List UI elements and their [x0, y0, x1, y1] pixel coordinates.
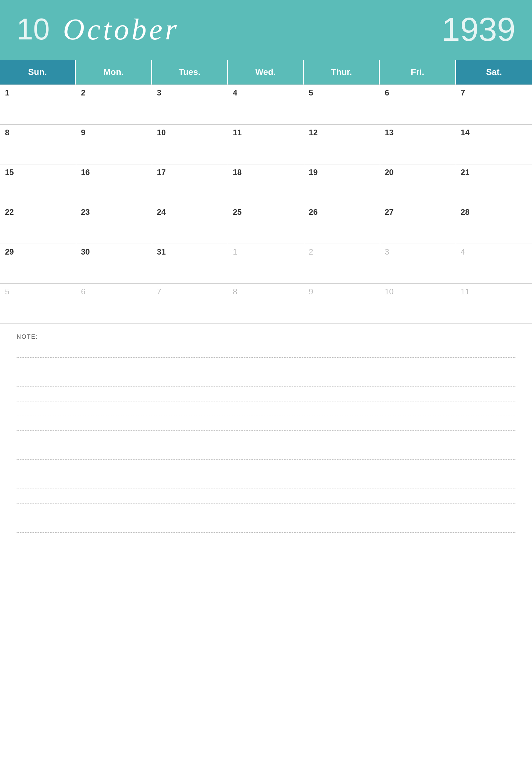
day-number: 5: [5, 287, 9, 296]
calendar-cell: 6: [380, 85, 456, 125]
day-number: 7: [461, 88, 465, 97]
day-header-sat: Sat.: [456, 60, 532, 85]
day-number: 6: [81, 287, 85, 296]
note-line[interactable]: [17, 533, 515, 547]
note-line[interactable]: [17, 358, 515, 372]
note-line[interactable]: [17, 372, 515, 387]
day-header-mon: Mon.: [76, 60, 152, 85]
day-number: 5: [309, 88, 313, 97]
day-number: 4: [233, 88, 237, 97]
day-number: 16: [81, 168, 90, 177]
day-number: 30: [81, 247, 90, 256]
day-number: 10: [385, 287, 394, 296]
calendar-cell: 19: [304, 164, 380, 204]
calendar-cell: 7: [456, 85, 532, 125]
calendar-cell: 31: [152, 244, 228, 284]
day-number: 29: [5, 247, 14, 256]
day-number: 12: [309, 128, 318, 137]
day-number: 19: [309, 168, 318, 177]
calendar-cell: 17: [152, 164, 228, 204]
day-number: 15: [5, 168, 14, 177]
calendar-cell: 1: [0, 85, 76, 125]
day-header-fri: Fri.: [380, 60, 456, 85]
calendar-container: Sun. Mon. Tues. Wed. Thur. Fri. Sat. 123…: [0, 59, 532, 324]
day-number: 24: [157, 207, 166, 216]
day-number: 11: [233, 128, 242, 137]
day-headers-row: Sun. Mon. Tues. Wed. Thur. Fri. Sat.: [0, 60, 532, 85]
note-line[interactable]: [17, 489, 515, 503]
calendar-cell: 10: [152, 125, 228, 164]
calendar-cell: 25: [228, 204, 304, 244]
day-number: 28: [461, 207, 470, 216]
note-line[interactable]: [17, 401, 515, 416]
calendar-cell: 13: [380, 125, 456, 164]
notes-label: NOTE:: [17, 333, 515, 340]
calendar-cell: 11: [228, 125, 304, 164]
calendar-cell: 26: [304, 204, 380, 244]
day-number: 31: [157, 247, 166, 256]
calendar-cell: 5: [304, 85, 380, 125]
day-number: 22: [5, 207, 14, 216]
calendar-cell: 6: [76, 284, 152, 324]
day-number: 25: [233, 207, 242, 216]
day-number: 6: [385, 88, 389, 97]
calendar-cell: 23: [76, 204, 152, 244]
day-header-thu: Thur.: [304, 60, 380, 85]
calendar-cell: 15: [0, 164, 76, 204]
day-number: 3: [157, 88, 161, 97]
calendar-cell: 10: [380, 284, 456, 324]
calendar-grid: 1234567891011121314151617181920212223242…: [0, 85, 532, 324]
day-number: 9: [309, 287, 313, 296]
day-number: 18: [233, 168, 242, 177]
calendar-cell: 2: [304, 244, 380, 284]
day-number: 2: [81, 88, 85, 97]
note-line[interactable]: [17, 474, 515, 489]
calendar-cell: 20: [380, 164, 456, 204]
day-number: 8: [5, 128, 9, 137]
day-number: 26: [309, 207, 318, 216]
day-number: 20: [385, 168, 394, 177]
day-number: 14: [461, 128, 470, 137]
calendar-cell: 24: [152, 204, 228, 244]
day-number: 17: [157, 168, 166, 177]
day-number: 27: [385, 207, 394, 216]
month-name: October: [63, 12, 442, 46]
calendar-cell: 18: [228, 164, 304, 204]
day-number: 21: [461, 168, 470, 177]
note-line[interactable]: [17, 518, 515, 533]
calendar-cell: 7: [152, 284, 228, 324]
calendar-cell: 4: [228, 85, 304, 125]
day-number: 13: [385, 128, 394, 137]
note-line[interactable]: [17, 503, 515, 518]
day-number: 9: [81, 128, 85, 137]
calendar-cell: 14: [456, 125, 532, 164]
calendar-cell: 1: [228, 244, 304, 284]
note-line[interactable]: [17, 387, 515, 401]
note-line[interactable]: [17, 445, 515, 460]
month-number: 10: [17, 12, 50, 46]
calendar-cell: 22: [0, 204, 76, 244]
day-header-sun: Sun.: [0, 60, 76, 85]
calendar-cell: 30: [76, 244, 152, 284]
day-header-tue: Tues.: [152, 60, 228, 85]
calendar-cell: 5: [0, 284, 76, 324]
calendar-cell: 11: [456, 284, 532, 324]
day-number: 7: [157, 287, 161, 296]
note-line[interactable]: [17, 416, 515, 431]
day-header-wed: Wed.: [228, 60, 304, 85]
note-line[interactable]: [17, 343, 515, 358]
calendar-cell: 8: [228, 284, 304, 324]
calendar-cell: 28: [456, 204, 532, 244]
note-line[interactable]: [17, 431, 515, 445]
day-number: 1: [5, 88, 9, 97]
calendar-cell: 12: [304, 125, 380, 164]
day-number: 3: [385, 247, 389, 256]
calendar-cell: 9: [76, 125, 152, 164]
calendar-cell: 29: [0, 244, 76, 284]
day-number: 2: [309, 247, 313, 256]
calendar-cell: 3: [152, 85, 228, 125]
calendar-cell: 21: [456, 164, 532, 204]
calendar-cell: 2: [76, 85, 152, 125]
note-line[interactable]: [17, 460, 515, 474]
calendar-cell: 16: [76, 164, 152, 204]
